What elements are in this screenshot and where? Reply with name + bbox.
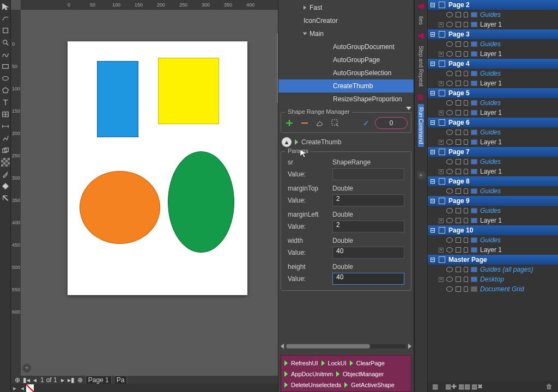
srm-clear-icon[interactable] [315,118,325,128]
eye-icon[interactable] [446,100,453,106]
page-header-page-5[interactable]: ⊟Page 5 [428,88,558,98]
layer-name[interactable]: Layer 1 [480,217,502,224]
params-hscroll[interactable] [281,343,411,350]
layer-name[interactable]: Layer 1 [480,138,502,146]
layer-row[interactable]: Guides [428,235,558,245]
lock-icon[interactable] [464,247,468,253]
prev-page-icon[interactable]: ◂ [32,377,38,383]
expand-layer-icon[interactable]: + [439,169,444,174]
eye-icon[interactable] [446,12,453,17]
expand-layer-icon[interactable]: + [439,218,444,223]
layer-row[interactable]: +Layer 1 [428,216,558,225]
layer-row[interactable]: +Layer 1 [428,167,558,176]
layer-color-swatch[interactable] [471,159,477,164]
shape-tool-icon[interactable] [1,14,10,23]
layer-color-swatch[interactable] [471,130,477,135]
layer-name[interactable]: Guides [480,11,501,19]
layer-name[interactable]: Document Grid [480,285,524,293]
docker-pin-icon-2[interactable]: ◂▮ [417,32,425,39]
page-header-page-3[interactable]: ⊟Page 3 [428,29,558,39]
macro-play-icon[interactable] [336,371,339,377]
transparency-tool-icon[interactable] [1,158,10,167]
lock-icon[interactable] [464,22,468,27]
layer-name[interactable]: Layer 1 [480,168,502,175]
layer-row[interactable]: Guides [428,98,558,108]
lock-icon[interactable] [464,169,468,174]
eye-icon[interactable] [446,218,453,223]
run-method-icon[interactable] [295,139,298,145]
pick-tool-icon[interactable] [1,2,10,11]
collapse-icon[interactable]: ⊟ [430,226,435,234]
macro-getactiveshape[interactable]: GetActiveShape [351,382,395,388]
next-page-icon[interactable]: ▸ [59,377,66,383]
collapse-icon[interactable]: ⊟ [430,119,435,126]
tree-item-resizeshapeproportion[interactable]: ResizeShapeProportion [278,93,414,106]
layer-name[interactable]: Guides [480,236,501,244]
lock-icon[interactable] [464,110,468,115]
lock-icon[interactable] [464,286,468,292]
eye-icon[interactable] [446,169,453,174]
palette-flyout-icon[interactable]: ▸ [11,384,19,392]
layer-color-swatch[interactable] [471,188,477,194]
lock-icon[interactable] [464,51,468,57]
collapse-icon[interactable]: ⊟ [430,197,435,205]
layer-name[interactable]: Layer 1 [480,50,502,58]
eye-icon[interactable] [446,247,453,253]
lock-icon[interactable] [464,81,468,86]
docker-tab-run-command[interactable]: Run Command [418,104,424,147]
lock-icon[interactable] [464,159,468,164]
collapse-up-icon[interactable]: ▲ [282,137,292,147]
trash-icon[interactable]: 🗑 [546,383,554,390]
shape-rect-yellow[interactable] [158,58,219,124]
layer-color-swatch[interactable] [471,169,477,174]
prn-icon[interactable] [456,71,461,76]
page-header-page-10[interactable]: ⊟Page 10 [428,225,558,235]
layer-name[interactable]: Guides [480,158,501,166]
page-header-page-2[interactable]: ⊟Page 2 [428,0,558,10]
tree-item-autogroupselection[interactable]: AutoGroupSelection [278,66,414,79]
macro-lockui[interactable]: LockUI [328,360,347,366]
layer-color-swatch[interactable] [471,100,477,106]
layer-color-swatch[interactable] [471,12,477,17]
eye-icon[interactable] [446,237,453,243]
current-page-tab[interactable]: Page 1 [86,376,112,384]
shape-ellipse-green[interactable] [168,151,234,253]
text-tool-icon[interactable] [1,98,10,107]
add-page-icon[interactable]: ⊕ [14,377,21,383]
page-header-page-6[interactable]: ⊟Page 6 [428,118,558,127]
eye-icon[interactable] [446,267,453,272]
dimension-tool-icon[interactable] [1,122,10,131]
layer-name[interactable]: Guides [480,128,501,136]
document-page[interactable] [68,41,247,295]
tree-item-iconcreator[interactable]: IconCreator [278,14,414,27]
expand-icon[interactable] [304,5,306,10]
lock-icon[interactable] [464,71,468,76]
ruler-horizontal[interactable]: 050100150200250300350400 [21,0,278,10]
docker-pin-icon[interactable]: ◂▮ [417,2,425,10]
add-docker-button[interactable]: + [22,364,31,372]
collapse-icon[interactable]: ⊟ [430,256,435,264]
layer-name[interactable]: Guides [480,70,501,77]
last-page-icon[interactable]: ▸▮ [68,377,75,383]
eye-icon[interactable] [446,139,453,145]
prn-icon[interactable] [456,188,461,194]
macro-appdocunitmm[interactable]: AppDocUnitmm [291,371,333,377]
eye-icon[interactable] [446,159,453,164]
new-master-layer-icon[interactable]: ▦✚ [445,383,453,390]
layer-row[interactable]: +Layer 1 [428,49,558,59]
ellipse-tool-icon[interactable] [1,74,10,83]
layer-row[interactable]: Document Grid [428,284,558,294]
prn-icon[interactable] [456,81,461,86]
layer-row[interactable]: Guides [428,157,558,167]
add-page-after-icon[interactable]: ⊕ [77,377,83,383]
layer-row[interactable]: Guides [428,206,558,216]
layer-row[interactable]: Guides [428,39,558,49]
scroll-left-icon[interactable] [281,344,284,349]
prn-icon[interactable] [456,139,461,145]
prn-icon[interactable] [456,247,461,253]
layer-row[interactable]: Guides [428,10,558,20]
prn-icon[interactable] [456,169,461,174]
eye-icon[interactable] [446,51,453,57]
lock-icon[interactable] [464,130,468,135]
layer-row[interactable]: +Layer 1 [428,137,558,147]
